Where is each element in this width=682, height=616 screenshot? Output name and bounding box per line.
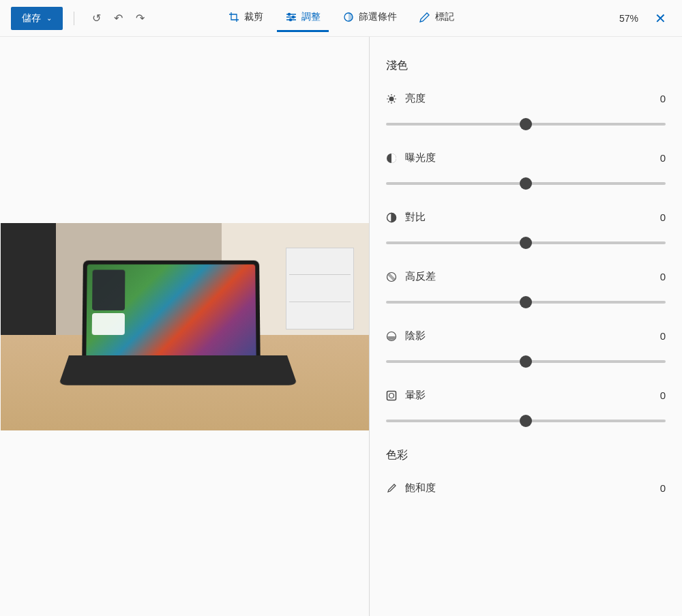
label-text: 亮度 (405, 92, 426, 105)
shadows-slider[interactable] (386, 360, 666, 363)
contrast-slider[interactable] (386, 241, 666, 244)
close-icon: ✕ (655, 11, 666, 26)
control-value: 0 (660, 271, 666, 282)
tab-label: 調整 (301, 11, 321, 23)
control-contrast: 對比 0 (386, 211, 666, 244)
control-exposure: 曝光度 0 (386, 151, 666, 185)
redo-icon: ↷ (136, 12, 145, 25)
crop-icon (228, 11, 240, 23)
main: 淺色 亮度 0 曝光度 0 (0, 37, 682, 616)
control-value: 0 (660, 482, 666, 494)
control-header: 高反差 0 (386, 270, 666, 283)
label-text: 曝光度 (405, 151, 436, 164)
exposure-icon (386, 153, 397, 164)
widget (91, 313, 124, 335)
exposure-slider[interactable] (386, 182, 666, 185)
control-value: 0 (660, 211, 666, 223)
control-shadows: 陰影 0 (386, 329, 666, 363)
control-header: 亮度 0 (386, 92, 666, 105)
control-vignette: 暈影 0 (386, 389, 666, 422)
control-label: 暈影 (386, 389, 426, 402)
control-label: 飽和度 (386, 482, 436, 495)
tab-crop[interactable]: 裁剪 (220, 4, 271, 32)
control-label: 亮度 (386, 92, 426, 105)
section-title-light: 淺色 (386, 59, 666, 73)
control-label: 曝光度 (386, 151, 436, 164)
shelf (286, 248, 354, 329)
control-header: 曝光度 0 (386, 151, 666, 164)
highlights-slider[interactable] (386, 301, 666, 304)
chevron-down-icon: ⌄ (46, 14, 52, 22)
control-value: 0 (660, 152, 666, 164)
svg-point-1 (293, 16, 295, 18)
highlights-icon (386, 272, 397, 282)
label-text: 陰影 (405, 329, 426, 342)
tab-label: 裁剪 (244, 11, 263, 23)
filter-icon (342, 11, 355, 23)
control-header: 對比 0 (386, 211, 666, 224)
close-button[interactable]: ✕ (649, 8, 671, 29)
redo-button[interactable]: ↷ (129, 8, 151, 29)
divider (74, 12, 74, 25)
control-brightness: 亮度 0 (386, 92, 666, 126)
tab-markup[interactable]: 標記 (411, 4, 462, 32)
tab-filter[interactable]: 篩選條件 (334, 4, 405, 32)
control-value: 0 (660, 390, 666, 401)
control-label: 高反差 (386, 270, 436, 283)
control-label: 陰影 (386, 329, 426, 342)
image-preview (1, 223, 369, 430)
tab-adjust[interactable]: 調整 (277, 4, 329, 32)
laptop-keyboard (58, 355, 297, 385)
control-highlights: 高反差 0 (386, 270, 666, 304)
undo-icon: ↶ (114, 12, 123, 25)
vignette-icon (386, 390, 397, 401)
brightness-slider[interactable] (386, 123, 666, 126)
save-button[interactable]: 儲存 ⌄ (11, 7, 63, 30)
section-title-color: 色彩 (386, 448, 666, 463)
slider-thumb[interactable] (520, 415, 532, 427)
history-button[interactable]: ↺ (85, 8, 107, 29)
slider-thumb[interactable] (520, 355, 532, 368)
label-text: 高反差 (405, 270, 436, 283)
svg-point-4 (389, 97, 394, 101)
svg-point-2 (290, 19, 292, 21)
label-text: 飽和度 (405, 482, 436, 495)
svg-point-0 (288, 14, 291, 16)
control-value: 0 (660, 330, 666, 342)
widget (92, 269, 125, 310)
toolbar-right: 57% ✕ (619, 8, 671, 29)
slider-thumb[interactable] (520, 237, 532, 249)
brightness-icon (386, 93, 397, 104)
adjust-panel: 淺色 亮度 0 曝光度 0 (370, 37, 682, 616)
control-header: 飽和度 0 (386, 482, 666, 495)
laptop (69, 260, 287, 410)
control-label: 對比 (386, 211, 426, 224)
shadows-icon (386, 331, 397, 342)
slider-thumb[interactable] (520, 177, 532, 190)
eyedropper-icon (386, 483, 397, 494)
zoom-level: 57% (619, 13, 638, 24)
wallpaper (86, 264, 256, 365)
undo-button[interactable]: ↶ (107, 8, 129, 29)
pen-icon (419, 11, 431, 23)
contrast-icon (386, 212, 397, 223)
tab-label: 篩選條件 (359, 11, 397, 23)
history-icon: ↺ (92, 12, 101, 25)
sliders-icon (285, 11, 297, 23)
control-value: 0 (660, 93, 666, 104)
tabs: 裁剪 調整 篩選條件 標記 (220, 4, 462, 32)
svg-rect-9 (387, 391, 396, 400)
tab-label: 標記 (435, 11, 454, 23)
laptop-screen (82, 260, 261, 369)
label-text: 暈影 (405, 389, 426, 402)
control-header: 陰影 0 (386, 329, 666, 342)
svg-point-10 (389, 393, 394, 398)
label-text: 對比 (405, 211, 426, 224)
vignette-slider[interactable] (386, 420, 666, 422)
control-saturation: 飽和度 0 (386, 482, 666, 495)
toolbar: 儲存 ⌄ ↺ ↶ ↷ 裁剪 調整 篩選條件 (0, 0, 682, 37)
slider-thumb[interactable] (520, 296, 532, 308)
canvas-area[interactable] (0, 37, 370, 616)
save-label: 儲存 (22, 12, 41, 25)
slider-thumb[interactable] (520, 118, 532, 130)
